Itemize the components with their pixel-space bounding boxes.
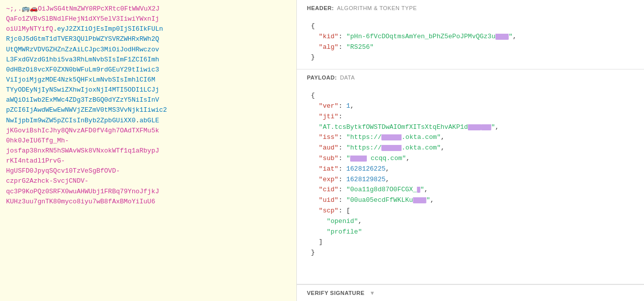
payload-jti-value: "AT.tcsBytkfOWSTDwAIOmfXITsXtqEhvAKP1d xyxy=(319,123,468,131)
payload-uid-value: "00ua05ecdFfWKLKu xyxy=(346,196,413,204)
verify-signature-text: VERIFY SIGNATURE xyxy=(307,290,365,296)
header-section: HEADER: ALGORITHM & TOKEN TYPE { "kid": … xyxy=(297,0,644,69)
payload-scp-profile: "profile" xyxy=(327,228,362,236)
payload-aud-key: "aud" xyxy=(319,144,339,152)
payload-exp-key: "exp" xyxy=(319,176,339,183)
header-kid-value: "pHn-6fVcDOqtmsAmYen_bPhZ5ePoJPMvQGz3u xyxy=(346,33,495,40)
payload-iat-key: "iat" xyxy=(319,165,339,173)
payload-exp-value: 1628129825 xyxy=(346,176,385,183)
payload-iat-value: 1628126225 xyxy=(346,165,385,173)
header-brace-close: } xyxy=(311,53,315,61)
header-kid-key: "kid" xyxy=(319,33,339,40)
header-kid-redacted: ████ xyxy=(496,34,509,40)
header-alg-key: "alg" xyxy=(319,43,339,51)
payload-brace-close: } xyxy=(311,249,315,256)
token-payload-part: eyJ2ZXIiOjEsImp0IjSI6IkFULnRjc0J5dGtmT1d… xyxy=(6,25,167,124)
header-alg-value: "RS256" xyxy=(346,43,374,51)
payload-cid-key: "cid" xyxy=(319,186,339,193)
right-decoded-panel: HEADER: ALGORITHM & TOKEN TYPE { "kid": … xyxy=(297,0,644,301)
payload-ver-value: 1 xyxy=(346,102,350,110)
verify-signature-chevron: ▼ xyxy=(370,290,375,296)
left-token-panel: ~;,.🚌🚗OiJwSG4tNmZWY0RPcXRtc0FtWWVuX2JQaF… xyxy=(0,0,297,301)
payload-section-label: PAYLOAD: DATA xyxy=(307,74,634,81)
payload-sub-value: " xyxy=(346,155,350,162)
payload-label-type: DATA xyxy=(340,74,355,81)
header-section-label: HEADER: ALGORITHM & TOKEN TYPE xyxy=(307,5,634,11)
payload-aud-redacted: ██████ xyxy=(381,145,401,151)
verify-signature-section[interactable]: VERIFY SIGNATURE ▼ xyxy=(297,284,644,301)
payload-jti-redacted1: ████ xyxy=(468,124,481,130)
payload-section: PAYLOAD: DATA { "ver": 1, "jti": "AT.tcs… xyxy=(297,69,644,284)
payload-iss-redacted: ██████ xyxy=(381,134,401,140)
payload-label-block: PAYLOAD: DATA xyxy=(297,69,644,87)
jwt-token-text: ~;,.🚌🚗OiJwSG4tNmZWY0RPcXRtc0FtWWVuX2JQaF… xyxy=(6,4,290,207)
payload-cid-value: "0oa11g8d87O0FCGX_ xyxy=(346,186,417,193)
header-label-text: HEADER: xyxy=(307,5,334,11)
payload-ver-key: "ver" xyxy=(319,102,339,110)
payload-jti-redacted2: ███ xyxy=(481,124,491,130)
payload-sub-redacted: █████ xyxy=(350,156,367,162)
token-sig-partial: abGLE xyxy=(139,117,159,124)
payload-aud-value: "https:// xyxy=(346,144,381,152)
payload-iss-value: "https:// xyxy=(346,133,381,141)
payload-iss-key: "iss" xyxy=(319,133,339,141)
header-label-type: ALGORITHM & TOKEN TYPE xyxy=(337,5,417,11)
header-json-block: { "kid": "pHn-6fVcDOqtmsAmYen_bPhZ5ePoJP… xyxy=(297,17,644,69)
payload-label-text: PAYLOAD: xyxy=(307,74,337,81)
payload-json-block: { "ver": 1, "jti": "AT.tcsBytkfOWSTDwAIO… xyxy=(297,87,644,264)
payload-uid-key: "uid" xyxy=(319,196,339,204)
payload-scp-openid: "openid" xyxy=(327,217,358,225)
payload-brace-open: { xyxy=(311,92,315,99)
payload-jti-key: "jti" xyxy=(319,113,339,120)
verify-signature-label: VERIFY SIGNATURE ▼ xyxy=(307,290,634,296)
payload-uid-redacted: ████ xyxy=(413,197,426,203)
header-label-block: HEADER: ALGORITHM & TOKEN TYPE xyxy=(297,0,644,17)
payload-scp-bracket-close: ] xyxy=(319,238,323,246)
header-brace-open: { xyxy=(311,22,315,30)
payload-sub-key: "sub" xyxy=(319,155,339,162)
payload-scp-key: "scp" xyxy=(319,207,339,214)
token-signature-part: jKGoviBshIcJhy8QNvzAFD0fV4gh7OAdTXFMu5k0… xyxy=(6,127,159,205)
